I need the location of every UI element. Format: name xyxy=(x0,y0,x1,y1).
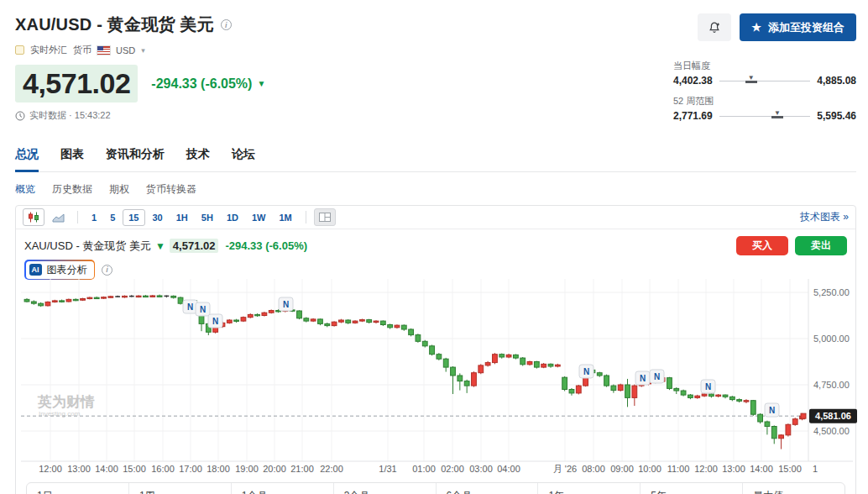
subtab-货币转换器[interactable]: 货币转换器 xyxy=(146,182,196,197)
candle-body xyxy=(458,376,463,381)
current-price-badge-text: 4,581.06 xyxy=(815,411,851,421)
currency-value[interactable]: USD xyxy=(116,45,135,55)
candle-body xyxy=(632,386,637,397)
area-chart-type-button[interactable] xyxy=(48,208,70,226)
subtab-历史数据[interactable]: 历史数据 xyxy=(52,182,92,197)
tab-总况[interactable]: 总况 xyxy=(15,147,39,171)
candle-body xyxy=(541,364,546,367)
candle-body xyxy=(765,422,770,427)
candle-body xyxy=(52,301,57,302)
x-axis-label: 08:00 xyxy=(582,464,605,474)
bell-plus-icon xyxy=(708,21,721,34)
perf-cell-3个月: 3个月 +14.35% xyxy=(334,483,437,494)
buy-button[interactable]: 买入 xyxy=(736,236,788,255)
perf-cell-1年: 1年 +63.39% xyxy=(538,483,641,494)
main-tabs: 总况图表资讯和分析技术论坛 xyxy=(15,147,856,172)
candle-body xyxy=(297,311,302,318)
usd-flag-icon xyxy=(97,46,110,55)
change-caret-icon[interactable]: ▼ xyxy=(257,79,265,88)
range-low: 4,402.38 xyxy=(673,75,713,87)
chart-layout-button[interactable] xyxy=(314,208,336,226)
candle-body xyxy=(380,321,385,324)
candle-body xyxy=(325,323,330,325)
candlestick-type-button[interactable] xyxy=(23,208,44,226)
price-change: -294.33 (-6.05%) ▼ xyxy=(151,76,265,92)
sell-button[interactable]: 卖出 xyxy=(795,236,847,255)
x-axis-label: 13:00 xyxy=(67,464,91,474)
news-marker-n: N xyxy=(283,300,289,309)
tab-资讯和分析[interactable]: 资讯和分析 xyxy=(106,147,165,171)
candle-body xyxy=(779,435,784,439)
tab-图表[interactable]: 图表 xyxy=(60,147,84,171)
interval-1[interactable]: 1 xyxy=(86,209,102,226)
chart-change: -294.33 (-6.05%) xyxy=(225,239,307,252)
candle-body xyxy=(729,397,735,399)
interval-1D[interactable]: 1D xyxy=(221,209,244,226)
interval-5[interactable]: 5 xyxy=(104,209,121,226)
x-axis-label: 16:00 xyxy=(151,464,175,474)
candle-body xyxy=(108,297,113,297)
x-axis-label: 12:00 xyxy=(39,464,62,474)
candle-body xyxy=(422,341,427,346)
x-axis-label: 09:00 xyxy=(610,464,634,474)
candle-body xyxy=(416,335,421,342)
interval-15[interactable]: 15 xyxy=(123,209,144,226)
interval-1H[interactable]: 1H xyxy=(170,209,194,226)
star-icon: ★ xyxy=(751,21,761,34)
news-marker-n: N xyxy=(705,382,711,392)
ai-info-icon[interactable]: i xyxy=(102,265,112,276)
candle-body xyxy=(597,373,602,376)
tab-技术[interactable]: 技术 xyxy=(186,147,210,171)
candle-body xyxy=(604,376,609,386)
candle-body xyxy=(234,320,239,321)
title-info-icon[interactable]: i xyxy=(221,19,232,30)
add-to-portfolio-button[interactable]: ★ 添加至投资组合 xyxy=(740,13,856,41)
candle-body xyxy=(569,390,574,393)
x-axis-label: 20:00 xyxy=(263,464,286,474)
candle-body xyxy=(144,296,149,297)
ai-icon: AI xyxy=(29,264,42,276)
interval-30[interactable]: 30 xyxy=(147,209,169,226)
news-marker-n: N xyxy=(769,406,775,415)
candle-body xyxy=(737,400,742,402)
interval-1M[interactable]: 1M xyxy=(273,209,297,226)
x-axis-label: 22:00 xyxy=(320,464,343,474)
chevron-down-icon[interactable]: ▾ xyxy=(141,46,145,55)
candle-body xyxy=(485,363,490,365)
candle-body xyxy=(534,362,539,368)
candle-body xyxy=(744,401,749,402)
watermark-logo: 英为财情 xyxy=(37,394,95,410)
candle-body xyxy=(478,365,484,373)
candle-body xyxy=(150,296,155,297)
realtime-status: 实时数据 · 15:43:22 xyxy=(29,109,111,122)
interval-5H[interactable]: 5H xyxy=(196,209,219,226)
subtab-概览[interactable]: 概览 xyxy=(15,182,35,197)
candle-body xyxy=(60,301,65,302)
candle-body xyxy=(520,358,526,365)
alert-bell-button[interactable] xyxy=(698,13,731,41)
candle-body xyxy=(227,320,232,323)
range-high: 5,595.46 xyxy=(817,110,856,122)
down-arrow-icon: ▼ xyxy=(155,240,165,252)
market-label: 实时外汇 xyxy=(30,44,67,56)
x-axis-label: 13:00 xyxy=(722,464,745,474)
x-axis-label: 02:00 xyxy=(441,464,464,474)
tech-chart-link[interactable]: 技术图表 » xyxy=(800,210,849,224)
x-axis-label: 15:00 xyxy=(778,464,802,474)
candle-body xyxy=(157,296,162,297)
area-chart-icon xyxy=(52,213,65,223)
candle-body xyxy=(395,325,400,328)
tab-论坛[interactable]: 论坛 xyxy=(232,147,255,171)
candle-body xyxy=(374,321,379,323)
chart-panel: 1515301H5H1D1W1M 技术图表 » XAU/USD - 黄金现货 美… xyxy=(15,205,856,494)
perf-label: 1日 xyxy=(37,489,118,494)
subtab-期权[interactable]: 期权 xyxy=(109,182,129,197)
candle-body xyxy=(437,355,442,360)
interval-1W[interactable]: 1W xyxy=(246,209,272,226)
ai-chart-analysis-button[interactable]: AI 图表分析 xyxy=(24,260,95,280)
candle-body xyxy=(171,296,176,297)
instrument-type-icon xyxy=(15,45,24,55)
y-axis-label: 4,750.00 xyxy=(813,380,850,390)
x-axis-label: 01:00 xyxy=(412,464,436,474)
candlestick-chart[interactable]: 5,250.005,000.004,750.004,500.00英为财情Inve… xyxy=(16,279,858,477)
